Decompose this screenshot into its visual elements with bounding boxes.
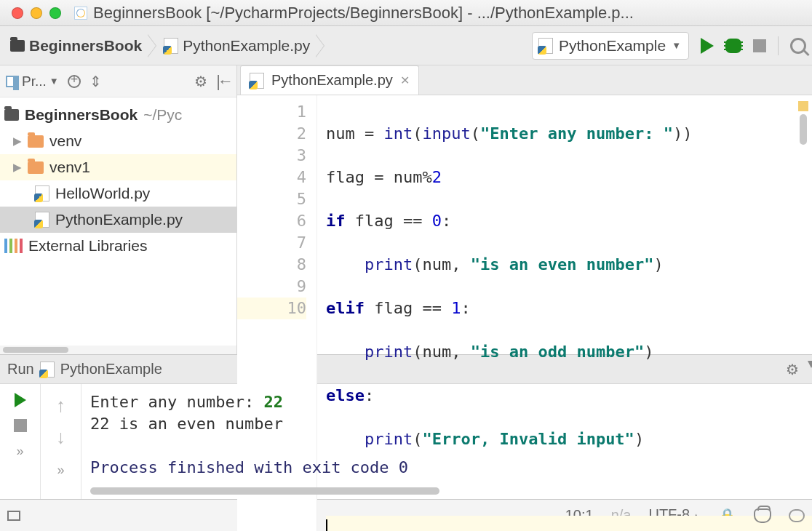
chevron-right-icon[interactable]: ▶ (13, 135, 22, 148)
breadcrumb-label: BeginnersBook (29, 37, 142, 55)
window-controls (12, 7, 61, 19)
console-line: 22 is an even number (90, 413, 803, 435)
feedback-icon[interactable] (789, 509, 805, 522)
project-sidebar: Pr... ▼ ⇕ ⚙ |← BeginnersBook ~/Pyc ▶ ven… (0, 65, 237, 354)
editor-tab-label: PythonExample.py (271, 72, 393, 89)
hide-panel-icon[interactable]: |← (216, 72, 231, 91)
run-side-buttons-2: ↑ ↑ » (41, 384, 81, 499)
tree-project-root[interactable]: BeginnersBook ~/Pyc (0, 102, 236, 128)
expand-icon[interactable]: » (57, 463, 64, 478)
close-window-icon[interactable] (12, 7, 23, 19)
scroll-from-source-icon[interactable] (68, 75, 81, 88)
editor-tab-bar: PythonExample.py ✕ (237, 65, 812, 95)
python-file-icon (164, 38, 178, 54)
line-number: 10 (237, 298, 306, 319)
scrollbar-thumb[interactable] (800, 114, 807, 145)
rerun-button[interactable] (15, 393, 26, 407)
tree-item-label: venv1 (49, 159, 90, 176)
expand-icon[interactable]: » (16, 444, 23, 459)
tree-folder-venv[interactable]: ▶ venv (0, 128, 236, 154)
project-panel-icon (6, 76, 19, 87)
folder-icon (28, 161, 44, 174)
editor-right-gutter (795, 101, 812, 145)
minimize-window-icon[interactable] (31, 7, 42, 19)
line-number: 4 (237, 167, 306, 188)
console-scrollbar[interactable] (90, 487, 439, 495)
breadcrumb-project[interactable]: BeginnersBook (6, 34, 146, 57)
project-tree[interactable]: BeginnersBook ~/Pyc ▶ venv ▶ venv1 Hello… (0, 97, 236, 346)
python-file-icon (35, 185, 49, 201)
breadcrumb-file[interactable]: PythonExample.py (159, 34, 314, 57)
project-path: ~/Pyc (143, 106, 182, 124)
tree-file-pythonexample[interactable]: PythonExample.py (0, 207, 236, 233)
titlebar: BeginnersBook [~/PycharmProjects/Beginne… (0, 0, 812, 26)
hector-inspector-icon[interactable] (754, 508, 771, 523)
breadcrumb-separator-icon (146, 33, 159, 59)
tree-item-label: External Libraries (28, 237, 147, 255)
run-title: Run (7, 361, 34, 378)
maximize-window-icon[interactable] (49, 7, 61, 19)
run-button[interactable] (701, 38, 714, 54)
toolwindow-toggle-icon[interactable] (7, 511, 20, 521)
breadcrumb-separator-icon (314, 33, 327, 59)
scroll-down-icon[interactable]: ↑ (56, 428, 65, 451)
console-prompt: Enter any number: (90, 393, 263, 411)
line-number: 6 (237, 210, 306, 232)
stop-button[interactable] (14, 419, 27, 432)
folder-icon (10, 40, 25, 52)
line-number: 2 (237, 123, 306, 145)
tree-folder-venv1[interactable]: ▶ venv1 (0, 154, 236, 180)
tree-item-label: HelloWorld.py (55, 185, 150, 202)
collapse-all-icon[interactable]: ⇕ (89, 73, 102, 90)
scroll-up-icon[interactable]: ↑ (56, 394, 65, 417)
python-file-icon (40, 362, 55, 378)
line-number: 8 (237, 254, 306, 276)
separator (778, 36, 779, 55)
caret-line (326, 516, 812, 531)
warning-marker-icon[interactable] (798, 101, 808, 111)
folder-icon (4, 109, 19, 121)
pycharm-app-icon (74, 7, 87, 20)
gear-icon[interactable]: ⚙ (194, 73, 207, 90)
line-number: 9 (237, 276, 306, 298)
chevron-down-icon: ▼ (672, 40, 681, 51)
chevron-right-icon[interactable]: ▶ (13, 161, 22, 174)
run-side-buttons: » (0, 384, 41, 499)
sidebar-toolbar: Pr... ▼ ⇕ ⚙ |← (0, 65, 236, 97)
close-tab-icon[interactable]: ✕ (400, 73, 410, 87)
navigation-bar: BeginnersBook PythonExample.py PythonExa… (0, 26, 812, 65)
sidebar-scrollbar[interactable] (0, 346, 236, 354)
run-config-selector[interactable]: PythonExample ▼ (532, 32, 689, 60)
console-user-input: 22 (263, 393, 283, 411)
line-number: 5 (237, 188, 306, 210)
window-title: BeginnersBook [~/PycharmProjects/Beginne… (93, 4, 634, 23)
line-number: 7 (237, 232, 306, 254)
console-output[interactable]: Enter any number: 22 22 is an even numbe… (81, 384, 812, 499)
line-number: 3 (237, 145, 306, 167)
tree-external-libraries[interactable]: External Libraries (0, 233, 236, 259)
tree-item-label: PythonExample.py (55, 211, 183, 228)
python-file-icon (250, 73, 264, 89)
folder-icon (28, 135, 44, 148)
project-view-label: Pr... (22, 73, 47, 89)
tree-item-label: venv (49, 132, 81, 150)
editor-area: PythonExample.py ✕ 1 2 3 4 5 6 7 8 9 10 … (237, 65, 812, 354)
run-config-name: PythonExample (60, 361, 162, 378)
console-exit-line: Process finished with exit code 0 (90, 457, 803, 479)
python-file-icon (35, 212, 49, 228)
python-file-icon (538, 38, 553, 54)
project-name: BeginnersBook (25, 106, 138, 124)
stop-button[interactable] (753, 39, 766, 52)
project-view-selector[interactable]: Pr... ▼ (6, 73, 59, 89)
editor-tab[interactable]: PythonExample.py ✕ (240, 65, 419, 95)
breadcrumb: BeginnersBook PythonExample.py (6, 33, 327, 59)
chevron-down-icon: ▼ (49, 76, 59, 87)
scrollbar-thumb[interactable] (3, 347, 68, 353)
run-config-label: PythonExample (559, 37, 666, 55)
debug-button[interactable] (725, 39, 741, 53)
libraries-icon (4, 239, 23, 253)
tree-file-helloworld[interactable]: HelloWorld.py (0, 180, 236, 207)
breadcrumb-label: PythonExample.py (183, 37, 310, 55)
search-icon[interactable] (790, 38, 806, 54)
line-number: 1 (237, 101, 306, 123)
